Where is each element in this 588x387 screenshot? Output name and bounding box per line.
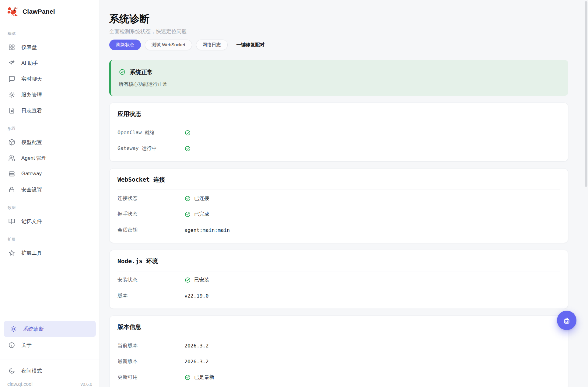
users-icon bbox=[8, 155, 15, 162]
cube-icon bbox=[8, 139, 15, 146]
check-circle-icon bbox=[184, 195, 191, 202]
sidebar-item-label: 仪表盘 bbox=[21, 44, 37, 51]
card-title: Node.js 环境 bbox=[117, 258, 560, 265]
sidebar-item-agent-management[interactable]: Agent 管理 bbox=[0, 150, 100, 166]
main-content: 系统诊断 全面检测系统状态，快速定位问题 刷新状态 测试 WebSocket 网… bbox=[100, 0, 588, 387]
status-row: 安装状态 已安装 bbox=[117, 272, 560, 288]
sidebar-item-label: 实时聊天 bbox=[21, 75, 42, 82]
lobster-icon bbox=[7, 6, 18, 17]
sidebar-item-security-settings[interactable]: 安全设置 bbox=[0, 182, 100, 197]
row-label: 版本 bbox=[117, 292, 184, 299]
banner-title: 系统正常 bbox=[130, 69, 153, 75]
grid-icon bbox=[8, 44, 15, 51]
page-subtitle: 全面检测系统状态，快速定位问题 bbox=[109, 28, 568, 35]
row-label: 更新可用 bbox=[117, 374, 184, 381]
row-value-text: v22.19.0 bbox=[184, 293, 208, 299]
row-value: 已连接 bbox=[184, 195, 209, 202]
sidebar-item-model-config[interactable]: 模型配置 bbox=[0, 134, 100, 150]
sidebar-item-live-chat[interactable]: 实时聊天 bbox=[0, 71, 100, 87]
brand-name: ClawPanel bbox=[23, 8, 55, 15]
nav-section-label: 数据 bbox=[0, 197, 100, 213]
row-value: 2026.3.2 bbox=[184, 359, 208, 364]
status-row: 版本 v22.19.0 bbox=[117, 288, 560, 304]
row-label: OpenClaw 就绪 bbox=[117, 129, 184, 136]
row-value-text: 已安装 bbox=[194, 277, 209, 283]
row-label: 当前版本 bbox=[117, 342, 184, 349]
card-title: 版本信息 bbox=[117, 323, 560, 331]
row-value: 已安装 bbox=[184, 277, 209, 283]
sidebar-item-log-viewer[interactable]: 日志查看 bbox=[0, 103, 100, 118]
page-title: 系统诊断 bbox=[109, 12, 568, 26]
row-value: v22.19.0 bbox=[184, 293, 208, 299]
card-title: WebSocket 连接 bbox=[117, 176, 560, 183]
row-label: Gateway 运行中 bbox=[117, 145, 184, 152]
check-circle-icon bbox=[184, 130, 191, 136]
card-websocket: WebSocket 连接 连接状态 已连接 握手状态 已完成 会话密钥 a bbox=[109, 168, 568, 243]
card-app-status: 应用状态 OpenClaw 就绪 Gateway 运行中 bbox=[109, 103, 568, 162]
sidebar-bottom-group: 系统诊断 关于 bbox=[0, 321, 100, 360]
sidebar-nav: 概览 仪表盘 AI 助手 实时聊天 服务管理 日志查看 配置 模型配置 A bbox=[0, 23, 100, 360]
status-row: 最新版本 2026.3.2 bbox=[117, 354, 560, 369]
card-version-info: 版本信息 当前版本 2026.3.2 最新版本 2026.3.2 更新可用 已是… bbox=[109, 316, 568, 387]
sidebar-item-dashboard[interactable]: 仪表盘 bbox=[0, 39, 100, 55]
sidebar-item-system-diagnostics[interactable]: 系统诊断 bbox=[4, 321, 96, 337]
book-icon bbox=[8, 218, 15, 225]
app-version: v0.6.0 bbox=[81, 382, 92, 387]
card-title: 应用状态 bbox=[117, 110, 560, 118]
night-mode-toggle[interactable]: 夜间模式 bbox=[0, 363, 100, 379]
row-label: 会话密钥 bbox=[117, 227, 184, 233]
document-icon bbox=[8, 107, 15, 114]
sidebar-item-label: Agent 管理 bbox=[21, 155, 47, 162]
network-log-button[interactable]: 网络日志 bbox=[196, 40, 228, 50]
banner-message: 所有核心功能运行正常 bbox=[119, 81, 560, 87]
check-circle-icon bbox=[184, 277, 191, 283]
row-value-text: 2026.3.2 bbox=[184, 359, 208, 364]
check-circle-icon bbox=[119, 68, 126, 75]
sidebar-item-memory-files[interactable]: 记忆文件 bbox=[0, 213, 100, 229]
row-value: 已是最新 bbox=[184, 374, 214, 381]
moon-icon bbox=[8, 368, 15, 375]
sidebar-item-extension-tools[interactable]: 扩展工具 bbox=[0, 245, 100, 261]
info-icon bbox=[8, 342, 15, 349]
row-value-text: 已连接 bbox=[194, 195, 209, 202]
sidebar-item-label: 扩展工具 bbox=[21, 249, 42, 256]
row-value-text: 已完成 bbox=[194, 211, 209, 218]
check-circle-icon bbox=[184, 211, 191, 218]
vertical-scrollbar-thumb[interactable] bbox=[585, 1, 587, 187]
sun-icon bbox=[8, 91, 15, 98]
sidebar-meta-row: claw.qt.cool v0.6.0 bbox=[0, 379, 100, 387]
sidebar-item-gateway[interactable]: Gateway bbox=[0, 166, 100, 182]
nav-section-label: 配置 bbox=[0, 118, 100, 134]
sidebar-item-label: AI 助手 bbox=[21, 60, 38, 67]
robot-icon bbox=[562, 316, 571, 325]
divider bbox=[117, 124, 560, 124]
sidebar-item-label: 日志查看 bbox=[21, 107, 42, 114]
row-value bbox=[184, 130, 191, 136]
row-label: 握手状态 bbox=[117, 211, 184, 218]
status-row: 握手状态 已完成 bbox=[117, 206, 560, 222]
brand: ClawPanel bbox=[0, 0, 100, 23]
sidebar-item-label: 模型配置 bbox=[21, 139, 42, 146]
chat-bubble-icon bbox=[8, 75, 15, 82]
row-label: 连接状态 bbox=[117, 195, 184, 202]
sidebar-item-ai-assistant[interactable]: AI 助手 bbox=[0, 55, 100, 71]
sidebar-item-label: 服务管理 bbox=[21, 91, 42, 98]
row-label: 安装状态 bbox=[117, 277, 184, 283]
assistant-fab-button[interactable] bbox=[557, 311, 576, 330]
sun-icon bbox=[10, 326, 17, 333]
sidebar-item-about[interactable]: 关于 bbox=[0, 337, 100, 353]
sidebar-item-label: Gateway bbox=[21, 171, 42, 177]
sidebar-item-label: 记忆文件 bbox=[21, 218, 42, 225]
nav-section-label: 概览 bbox=[0, 25, 100, 39]
refresh-status-button[interactable]: 刷新状态 bbox=[109, 40, 141, 50]
lock-icon bbox=[8, 186, 15, 193]
test-websocket-button[interactable]: 测试 WebSocket bbox=[145, 40, 192, 50]
sidebar-item-label: 关于 bbox=[21, 342, 32, 349]
nav-section-label: 扩展 bbox=[0, 229, 100, 245]
row-value-text: agent:main:main bbox=[184, 227, 230, 233]
one-click-repair-button[interactable]: 一键修复配对 bbox=[233, 40, 268, 50]
sidebar-item-service-management[interactable]: 服务管理 bbox=[0, 87, 100, 103]
sidebar-item-label: 系统诊断 bbox=[23, 326, 44, 333]
status-row: 连接状态 已连接 bbox=[117, 190, 560, 206]
system-status-banner: 系统正常 所有核心功能运行正常 bbox=[109, 60, 568, 96]
